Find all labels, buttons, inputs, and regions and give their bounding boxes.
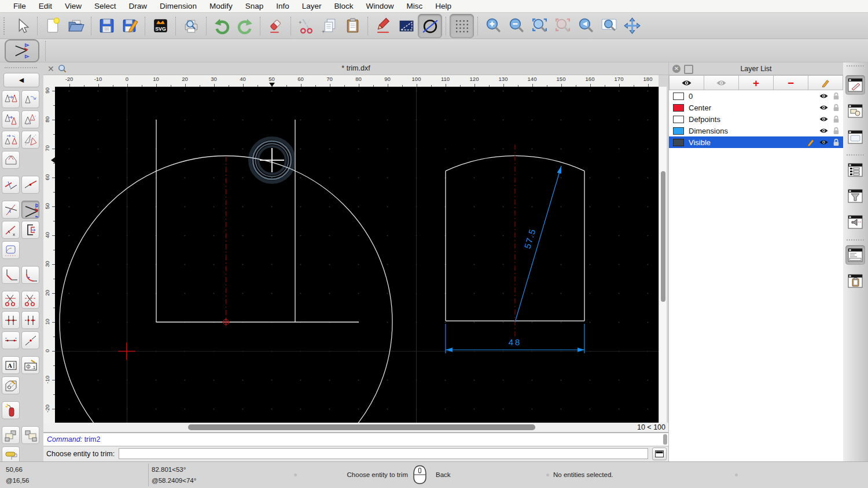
tool-break-gap[interactable] [21,311,39,329]
dock-panel-button-selection-filter[interactable] [845,186,865,206]
tool-divide-dot[interactable] [21,331,39,349]
layer-lock-icon[interactable] [833,138,840,146]
tool-bevel[interactable] [2,266,20,284]
command-options-button[interactable] [652,448,667,460]
toolbar-button-paste[interactable] [341,14,364,38]
tool-block-edit[interactable] [2,426,20,444]
tool-fillet[interactable] [21,266,39,284]
active-tool-button-trim-both[interactable] [5,39,39,62]
hide-all-layers-button[interactable] [704,75,739,90]
tool-modify-rotate[interactable] [21,90,39,108]
toolbar-button-zoom-selection[interactable] [551,14,574,38]
menu-misc[interactable]: Misc [400,0,429,13]
toolbar-button-zoom-auto[interactable] [528,14,551,38]
toolbar-drag-handle[interactable] [3,17,7,35]
tool-block-attributes[interactable] [21,426,39,444]
command-input[interactable] [119,448,648,459]
tool-explode[interactable] [2,401,20,419]
tool-edit-dimension[interactable]: .1 [21,356,39,374]
toolbar-button-selection-rectangle[interactable] [395,14,418,38]
tool-break-manual[interactable] [2,331,20,349]
dock-panel-button-library-browser[interactable] [845,212,865,232]
toolbar-button-eraser[interactable] [264,14,287,38]
toolbar-button-new-file[interactable] [41,14,64,38]
tool-edit-text[interactable]: A [2,356,20,374]
vertical-scrollbar[interactable] [659,87,667,423]
horizontal-scrollbar[interactable]: 10 < 100 [43,423,668,432]
toolbar-button-zoom-out[interactable] [505,14,528,38]
tool-offset[interactable] [21,221,39,239]
menu-help[interactable]: Help [429,0,458,13]
tool-lengthen-dot[interactable] [21,176,39,194]
toolbar-button-print-preview[interactable] [179,14,203,38]
tool-trim-amount[interactable]: x [2,221,20,239]
menu-snap[interactable]: Snap [239,0,270,13]
toolbar-button-copy[interactable]: + [318,14,341,38]
dock-panel-button-command-line[interactable] [845,245,865,265]
menu-dimension[interactable]: Dimension [153,0,203,13]
toolbar-button-redo[interactable] [233,14,256,38]
tool-modify-mirror[interactable] [21,131,39,149]
dock-panel-button-view-list[interactable] [845,160,865,180]
layer-lock-icon[interactable] [833,92,840,100]
layer-visibility-icon[interactable] [819,104,829,111]
edit-layer-icon[interactable] [807,138,815,146]
add-layer-button[interactable]: + [739,75,774,90]
command-history-scrollbar-thumb[interactable] [663,434,667,445]
tool-break-out[interactable] [2,311,20,329]
toolbar-button-svg-export[interactable]: SVG [149,14,172,38]
vertical-scrollbar-thumb[interactable] [661,171,665,302]
layer-row-center[interactable]: Center [669,102,843,113]
dock-panel-button-property-editor[interactable] [845,75,865,95]
tool-modify-move-copy[interactable] [2,110,20,128]
toolbar-button-undo[interactable] [210,14,233,38]
layer-visibility-icon[interactable] [819,116,829,123]
dock-drag-handle[interactable] [847,65,864,66]
toolbar-button-pan[interactable] [620,14,643,38]
tool-lengthen[interactable] [2,176,20,194]
layer-row-dimensions[interactable]: Dimensions [669,125,843,136]
menu-edit[interactable]: Edit [32,0,58,13]
dock-panel-button-layer-list[interactable] [845,101,865,121]
tool-stretch[interactable] [2,241,20,259]
menu-layer[interactable]: Layer [296,0,328,13]
toolbar-button-selection-pointer[interactable] [10,14,34,38]
tool-modify-move[interactable] [2,90,20,108]
toolbar-button-draw-pencil[interactable] [372,14,395,38]
toolbar-button-open-file[interactable] [64,14,87,38]
toolbar-button-zoom-window[interactable] [597,14,620,38]
toolbar-button-cut[interactable]: + [295,14,318,38]
tool-modify-scale[interactable] [21,110,39,128]
menu-view[interactable]: View [58,0,88,13]
tool-divide[interactable] [2,291,20,309]
menu-file[interactable]: File [7,0,32,13]
dock-panel-button-block-list[interactable] [845,127,865,147]
layer-lock-icon[interactable] [833,127,840,135]
edit-layer-button[interactable] [808,75,843,90]
toolbar-button-circle-ellipse[interactable] [418,14,442,38]
drawing-canvas[interactable]: 57.5 48 [55,87,659,423]
layer-row-0[interactable]: 0 [669,90,843,102]
layer-lock-icon[interactable] [833,103,840,112]
menu-select[interactable]: Select [88,0,123,13]
layer-row-defpoints[interactable]: Defpoints [669,113,843,125]
toolbar-button-save-file[interactable] [95,14,118,38]
horizontal-scrollbar-thumb[interactable] [188,424,535,430]
menu-window[interactable]: Window [360,0,400,13]
toolbar-button-zoom-previous[interactable] [574,14,597,38]
menu-block[interactable]: Block [328,0,360,13]
toolbar-button-grid-toggle[interactable] [450,14,474,38]
tool-divide-two[interactable] [21,291,39,309]
palette-drag-handle[interactable] [5,67,37,68]
layer-visibility-icon[interactable] [819,93,829,99]
palette-back-button[interactable]: ◀ [3,73,39,87]
tool-trim-both[interactable] [21,201,39,219]
show-all-layers-button[interactable] [669,75,704,90]
toolbar-button-save-file-as[interactable] [118,14,141,38]
menu-draw[interactable]: Draw [123,0,154,13]
tool-modify-flip[interactable] [2,151,20,169]
remove-layer-button[interactable]: − [774,75,808,90]
dock-panel-button-clipboard-panel[interactable] [845,271,865,291]
tool-modify-rotate-two[interactable] [2,131,20,149]
layer-lock-icon[interactable] [833,115,840,123]
